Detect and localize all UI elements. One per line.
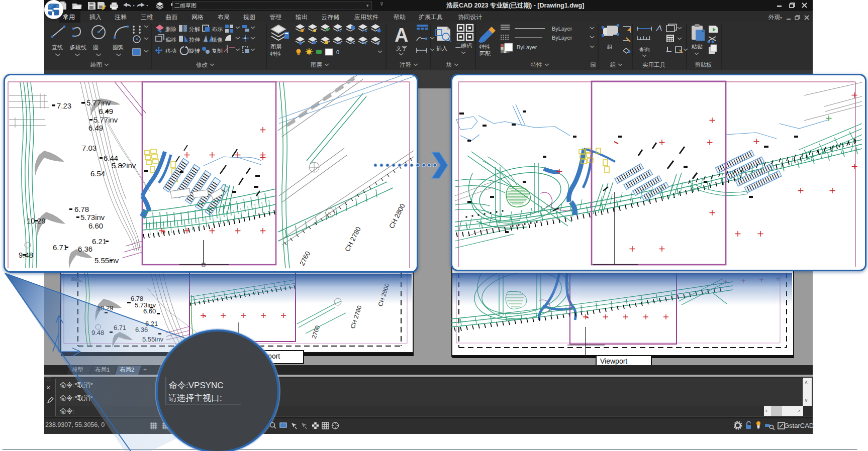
svg-text:5.55inv: 5.55inv [94,256,119,265]
svg-text:粘贴: 粘贴 [691,44,703,50]
svg-text:多段线: 多段线 [70,44,86,50]
svg-text:A: A [395,25,408,46]
svg-text:特性: 特性 [479,44,491,50]
svg-text:组: 组 [607,44,613,50]
svg-text:ByLayer: ByLayer [517,44,537,50]
svg-text:剪贴板: 剪贴板 [695,62,712,68]
svg-text:K: K [328,211,331,216]
svg-text:组: 组 [610,62,616,68]
svg-text:6.71: 6.71 [53,243,67,252]
svg-text:图层: 图层 [270,44,281,50]
svg-text:6.49: 6.49 [88,124,103,132]
svg-text:文字: 文字 [396,45,407,51]
svg-text:2760: 2760 [311,324,322,340]
svg-text:5.73inv: 5.73inv [80,213,105,221]
svg-text:镜像: 镜像 [211,37,223,43]
svg-text:拉伸: 拉伸 [189,37,200,43]
svg-text:6.54: 6.54 [90,169,105,178]
svg-text:7.23: 7.23 [57,101,71,110]
svg-text:移动: 移动 [165,48,176,54]
svg-text:6.36: 6.36 [78,245,92,253]
svg-text:复制: 复制 [212,48,223,54]
svg-text:6.21: 6.21 [92,237,107,246]
svg-text:CH 2800: CH 2800 [388,202,407,230]
svg-text:5.82inv: 5.82inv [112,161,136,170]
svg-text:匹配: 匹配 [479,51,491,57]
svg-text:二维码: 二维码 [455,43,472,49]
svg-text:圆弧: 圆弧 [113,44,124,50]
svg-text:2760: 2760 [298,250,312,267]
svg-text:布尔: 布尔 [212,26,223,32]
svg-text:偏移: 偏移 [165,37,176,43]
svg-text:注释: 注释 [400,62,411,68]
svg-text:图层: 图层 [311,62,322,68]
svg-text:特性: 特性 [270,51,281,57]
svg-text:CH 2780: CH 2780 [349,304,363,329]
svg-text:5.77inv: 5.77inv [93,116,118,124]
svg-text:块: 块 [446,62,452,68]
svg-text:删除: 删除 [165,26,176,32]
svg-text:6.78: 6.78 [74,205,89,213]
svg-text:实用工具: 实用工具 [642,62,666,68]
svg-text:插入: 插入 [436,45,447,51]
svg-text:查询: 查询 [639,47,650,53]
svg-text:6.60: 6.60 [88,221,103,230]
svg-text:分解: 分解 [189,26,200,32]
svg-text:旋转: 旋转 [188,48,200,54]
svg-text:绘图: 绘图 [90,62,102,68]
svg-text:7.03: 7.03 [82,144,97,152]
svg-text:ByLayer: ByLayer [552,35,572,41]
svg-text:CH 2780: CH 2780 [343,225,362,253]
svg-text:修改: 修改 [196,62,208,68]
svg-text:特性: 特性 [530,62,543,68]
svg-text:5.77inv: 5.77inv [86,98,111,107]
svg-text:ByLayer: ByLayer [552,26,572,32]
svg-text:直线: 直线 [51,44,63,50]
svg-text:圆: 圆 [93,44,99,50]
svg-text:0: 0 [336,49,339,55]
